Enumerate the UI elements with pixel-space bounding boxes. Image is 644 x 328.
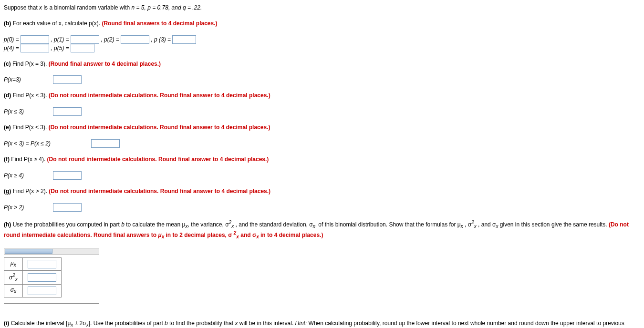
part-g-answer: P(x > 2) [4, 203, 640, 212]
input-c[interactable] [53, 75, 82, 84]
input-d[interactable] [53, 107, 82, 116]
input-e[interactable] [91, 139, 120, 148]
stats-table: μx σ2x σx [4, 257, 62, 297]
input-p0[interactable] [21, 35, 49, 44]
part-h-prompt: (h) Use the probabilities you computed i… [4, 219, 640, 241]
input-g[interactable] [53, 203, 82, 212]
part-b-answers: p(0) = , p(1) = , p(2) = , p (3) = p(4) … [4, 35, 640, 52]
table-bottom-border [4, 303, 99, 304]
input-p1[interactable] [71, 35, 99, 44]
part-g-prompt: (g) Find P(x > 2). (Do not round interme… [4, 187, 640, 195]
input-p3[interactable] [172, 35, 196, 44]
part-e-answer: P(x < 3) = P(x ≤ 2) [4, 139, 640, 148]
part-d-answer: P(x ≤ 3) [4, 107, 640, 116]
input-p2[interactable] [121, 35, 149, 44]
variance-label: σ2x [4, 270, 23, 284]
part-f-answer: P(x ≥ 4) [4, 171, 640, 180]
part-h-table-area: μx σ2x σx [4, 248, 640, 303]
part-i-prompt: (i) Calculate the interval [μx ± 2σx]. U… [4, 319, 640, 328]
scrollbar-thumb[interactable] [5, 249, 52, 254]
part-f-prompt: (f) Find P(x ≥ 4). (Do not round interme… [4, 155, 640, 164]
part-d-prompt: (d) Find P(x ≤ 3). (Do not round interme… [4, 92, 640, 100]
part-e-prompt: (e) Find P(x < 3). (Do not round interme… [4, 123, 640, 132]
part-b-prompt: (b) For each value of x, calculate p(x).… [4, 20, 640, 28]
horizontal-scrollbar[interactable] [4, 248, 99, 255]
sigma-label: σx [4, 285, 23, 297]
mu-label: μx [4, 258, 23, 270]
input-mu[interactable] [28, 260, 56, 268]
input-f[interactable] [53, 171, 82, 180]
input-sigma[interactable] [28, 287, 56, 295]
input-p5[interactable] [71, 44, 94, 52]
input-variance[interactable] [28, 273, 56, 282]
input-p4[interactable] [21, 44, 49, 52]
intro-text: Suppose that x is a binomial random vari… [4, 4, 640, 12]
part-c-prompt: (c) Find P(x = 3). (Round final answer t… [4, 60, 640, 68]
part-c-answer: P(x=3) [4, 75, 640, 84]
